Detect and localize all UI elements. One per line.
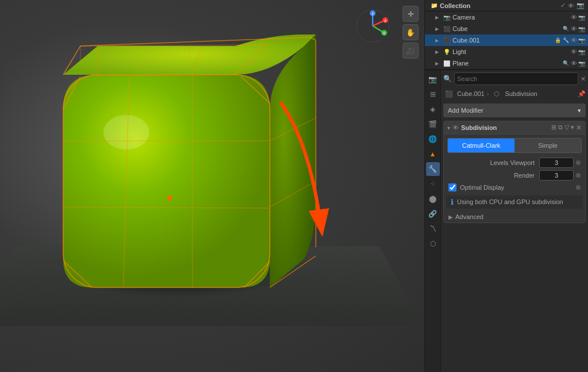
advanced-label: Advanced: [455, 213, 483, 220]
item-expand-cube[interactable]: ▶: [435, 26, 441, 32]
props-tab-object[interactable]: ▲: [426, 147, 440, 161]
search-input[interactable]: [454, 72, 578, 85]
breadcrumb-modifier[interactable]: Subdivision: [505, 90, 537, 97]
properties-tabs: 📷 ⊞ ◈ 🎬 🌐 ▲ 🔧 ⁘ ⬤ 🔗 〽 ⬡: [425, 70, 441, 372]
cube-vis-icon[interactable]: 🔍: [562, 25, 570, 33]
viewport-tool-move[interactable]: ✋: [403, 24, 419, 40]
optimal-display-row: Optimal Display: [444, 182, 585, 193]
modifier-close-btn[interactable]: ✕: [576, 124, 582, 132]
svg-point-19: [167, 196, 172, 201]
plane-render-btn[interactable]: 📷: [578, 59, 586, 67]
axis-gizmo[interactable]: Z X Y: [355, 9, 390, 43]
outliner-item-plane[interactable]: ▶ ⬜ Plane 🔍 👁 📷: [425, 57, 588, 69]
props-tab-material[interactable]: ⬡: [426, 237, 440, 251]
advanced-arrow-icon: ▶: [448, 214, 453, 220]
properties-panel: 📷 ⊞ ◈ 🎬 🌐 ▲ 🔧 ⁘ ⬤ 🔗 〽 ⬡ 🔍 ✕: [425, 70, 588, 372]
props-tab-render[interactable]: 📷: [426, 72, 440, 86]
modifier-copy-icon[interactable]: ⧉: [558, 124, 563, 132]
svg-text:Y: Y: [383, 32, 385, 35]
viewport[interactable]: Z X Y ✛ ✋ 🎥: [0, 0, 424, 372]
props-tab-world[interactable]: 🌐: [426, 132, 440, 146]
optimal-display-checkbox[interactable]: [448, 183, 457, 191]
properties-content: 🔍 ✕ ⬛ Cube.001 › ⬡ Subdivision 📌 Add Mod…: [441, 70, 588, 372]
outliner-item-cube001[interactable]: ▶ ⬛ Cube.001 🔒 🔧 👁 📷: [425, 34, 588, 46]
item-expand-camera[interactable]: ▶: [435, 15, 441, 20]
cube-label: Cube: [452, 25, 562, 32]
optimal-display-label: Optimal Display: [460, 184, 504, 191]
advanced-section[interactable]: ▶ Advanced: [444, 211, 585, 223]
props-tab-modifier[interactable]: 🔧: [426, 162, 440, 176]
light-render-btn[interactable]: 📷: [578, 48, 586, 56]
right-panel: 📁 Collection ✓ 👁 📷 ▶ 📷 Camera 👁 📷 ▶ ⬛: [424, 0, 588, 372]
item-expand-cube001[interactable]: ▶: [435, 38, 441, 43]
plane-vis-icon[interactable]: 🔍: [562, 59, 570, 67]
cube001-label: Cube.001: [452, 37, 554, 44]
camera-render-btn[interactable]: 📷: [578, 13, 586, 21]
add-modifier-button[interactable]: Add Modifier ▾: [443, 103, 586, 117]
add-modifier-chevron: ▾: [578, 107, 581, 114]
cube001-eye-btn[interactable]: 👁: [570, 36, 578, 44]
modifier-name: Subdivision: [461, 124, 549, 131]
viewport-toolbar: ✛ ✋ 🎥: [403, 6, 419, 59]
modifier-options-icon[interactable]: ▾: [571, 124, 574, 132]
search-clear-icon[interactable]: ✕: [581, 75, 586, 83]
props-tab-constraints[interactable]: 🔗: [426, 207, 440, 221]
plane-eye-btn[interactable]: 👁: [570, 59, 578, 67]
outliner-header: 📁 Collection ✓ 👁 📷: [425, 0, 588, 11]
props-tab-viewlayer[interactable]: ◈: [426, 102, 440, 116]
plane-label: Plane: [452, 60, 562, 67]
collection-title: Collection: [440, 2, 558, 9]
levels-viewport-field: Levels Viewport 3: [444, 156, 585, 169]
light-icon: 💡: [442, 47, 451, 56]
props-tab-particles[interactable]: ⁘: [426, 177, 440, 191]
render-field: Render 3: [444, 169, 585, 182]
simple-button[interactable]: Simple: [514, 139, 581, 152]
props-tab-output[interactable]: ⊞: [426, 87, 440, 101]
render-value[interactable]: 3: [539, 170, 574, 181]
breadcrumb-separator: ›: [487, 90, 489, 97]
outliner-item-light[interactable]: ▶ 💡 Light 👁 📷: [425, 46, 588, 57]
outliner-item-camera[interactable]: ▶ 📷 Camera 👁 📷: [425, 11, 588, 23]
props-tab-physics[interactable]: ⬤: [426, 192, 440, 206]
props-tab-scene[interactable]: 🎬: [426, 117, 440, 131]
render-label: Render: [448, 172, 539, 179]
breadcrumb-object[interactable]: Cube.001: [457, 90, 485, 97]
outliner-camera-icon[interactable]: 📷: [577, 2, 585, 9]
item-expand-light[interactable]: ▶: [435, 49, 441, 55]
modifier-card-subdivision: ▾ 👁 Subdivision ⊞ ⧉ ▽ ▾ ✕: [443, 121, 586, 223]
breadcrumb-pin-icon[interactable]: 📌: [578, 90, 586, 98]
item-expand-plane[interactable]: ▶: [435, 61, 441, 66]
modifier-header: ▾ 👁 Subdivision ⊞ ⧉ ▽ ▾ ✕: [444, 121, 585, 135]
cube001-render-btn[interactable]: 📷: [578, 36, 586, 44]
cube-render-btn[interactable]: 📷: [578, 25, 586, 33]
camera-eye-btn[interactable]: 👁: [570, 13, 578, 21]
outliner-check-icon[interactable]: ✓: [560, 2, 566, 9]
cube-eye-btn[interactable]: 👁: [570, 25, 578, 33]
info-icon: ℹ: [451, 198, 454, 206]
outliner-eye-icon[interactable]: 👁: [568, 2, 574, 9]
cube001-icon: ⬛: [442, 36, 451, 45]
viewport-tool-camera[interactable]: 🎥: [403, 43, 419, 59]
modifier-down-icon[interactable]: ▽: [564, 124, 569, 132]
levels-viewport-dot: [576, 160, 581, 165]
cube001-mod-icon[interactable]: 🔧: [562, 36, 570, 44]
viewport-tool-cursor[interactable]: ✛: [403, 6, 419, 22]
breadcrumb-cube-icon: ⬛: [444, 89, 454, 98]
cube001-lock-icon[interactable]: 🔒: [554, 36, 562, 44]
optimal-display-dot: [576, 185, 581, 190]
light-eye-btn[interactable]: 👁: [570, 48, 578, 56]
catmull-clark-button[interactable]: Catmull-Clark: [448, 139, 514, 152]
plane-icon: ⬜: [442, 59, 451, 68]
modifier-eye-icon[interactable]: 👁: [452, 124, 459, 131]
svg-text:Z: Z: [372, 12, 374, 16]
levels-viewport-value[interactable]: 3: [539, 158, 574, 168]
search-icon: 🔍: [443, 75, 452, 83]
outliner-item-cube[interactable]: ▶ ⬛ Cube 🔍 👁 📷: [425, 23, 588, 34]
info-text: Using both CPU and GPU subdivision: [457, 198, 563, 206]
camera-label: Camera: [452, 14, 570, 21]
modifier-apply-icon[interactable]: ⊞: [551, 124, 556, 132]
svg-text:X: X: [384, 19, 386, 22]
props-tab-data[interactable]: 〽: [426, 222, 440, 236]
breadcrumb-modifier-icon: ⬡: [492, 89, 501, 98]
modifier-collapse-btn[interactable]: ▾: [447, 125, 450, 131]
